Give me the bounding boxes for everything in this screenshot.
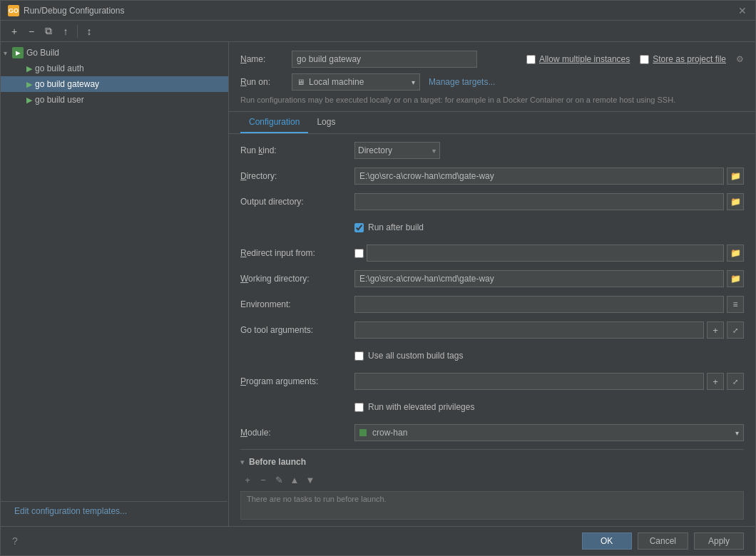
- custom-build-tags-row: Use all custom build tags: [240, 346, 744, 365]
- local-machine-icon: 🖥: [297, 78, 305, 86]
- before-launch-up-button[interactable]: ▲: [287, 473, 302, 487]
- environment-row: Environment: ≡: [240, 295, 744, 314]
- title-bar-left: GO Run/Debug Configurations: [8, 5, 124, 16]
- redirect-input-field[interactable]: [367, 244, 724, 262]
- redirect-input-checkbox[interactable]: [354, 249, 364, 258]
- config-body: Run kind: Directory File Package ▾: [229, 134, 755, 526]
- go-tool-args-row: Go tool arguments: + ⤢: [240, 321, 744, 339]
- run-icon-user: ▶: [26, 96, 32, 105]
- custom-build-tags-label: Use all custom build tags: [368, 351, 463, 361]
- configurations-toolbar: + − ⧉ ↑ ↕: [1, 21, 755, 42]
- program-args-add-button[interactable]: +: [707, 373, 724, 390]
- go-icon: GO: [8, 5, 19, 16]
- copy-configuration-button[interactable]: ⧉: [41, 24, 56, 39]
- before-launch-remove-button[interactable]: −: [256, 473, 270, 487]
- before-launch-edit-button[interactable]: ✎: [272, 473, 286, 487]
- store-as-project-label[interactable]: Store as project file: [640, 54, 726, 64]
- main-content: ▾ ▶ Go Build ▶ go build auth ▶ go build …: [1, 42, 755, 526]
- program-args-input[interactable]: [354, 373, 704, 390]
- sort-button[interactable]: ↕: [81, 24, 97, 39]
- move-configuration-button[interactable]: ↑: [58, 24, 73, 39]
- program-args-expand-button[interactable]: ⤢: [727, 373, 744, 390]
- custom-build-tags-checkbox-row: Use all custom build tags: [354, 351, 463, 361]
- allow-multiple-label[interactable]: Allow multiple instances: [526, 54, 630, 64]
- program-args-control: + ⤢: [354, 373, 744, 390]
- manage-targets-link[interactable]: Manage targets...: [429, 77, 495, 87]
- module-dropdown[interactable]: crow-han ▾: [354, 424, 744, 441]
- sidebar-item-go-build-auth[interactable]: ▶ go build auth: [1, 61, 228, 76]
- run-elevated-control: Run with elevated privileges: [354, 402, 744, 412]
- environment-label: Environment:: [240, 299, 354, 309]
- ok-button[interactable]: OK: [582, 532, 632, 550]
- go-tool-args-add-button[interactable]: +: [707, 321, 724, 339]
- before-launch-title: Before launch: [249, 457, 306, 467]
- sidebar: ▾ ▶ Go Build ▶ go build auth ▶ go build …: [1, 42, 229, 526]
- before-launch-header[interactable]: ▾ Before launch: [240, 457, 744, 467]
- edit-templates-link[interactable]: Edit configuration templates...: [7, 501, 134, 520]
- custom-build-tags-checkbox[interactable]: [354, 351, 364, 361]
- redirect-browse-button[interactable]: 📁: [727, 244, 744, 262]
- output-dir-input[interactable]: [354, 193, 724, 210]
- run-after-build-label: Run after build: [368, 222, 424, 232]
- module-color-dot: [359, 429, 367, 436]
- allow-multiple-checkbox[interactable]: [526, 55, 536, 64]
- working-dir-label: Working directory:: [240, 274, 354, 284]
- before-launch-empty-text: There are no tasks to run before launch.: [247, 495, 387, 503]
- name-row: Name: Allow multiple instances Store as …: [240, 51, 744, 68]
- go-tool-args-expand-button[interactable]: ⤢: [727, 321, 744, 339]
- close-button[interactable]: ✕: [737, 5, 748, 16]
- sidebar-item-label: go build gateway: [35, 79, 99, 89]
- store-gear-icon[interactable]: ⚙: [736, 54, 744, 64]
- go-tool-args-control: + ⤢: [354, 321, 744, 339]
- run-kind-select[interactable]: Directory File Package: [354, 142, 440, 159]
- sidebar-group-go-build[interactable]: ▾ ▶ Go Build: [1, 45, 228, 61]
- go-tool-args-label: Go tool arguments:: [240, 325, 354, 335]
- run-icon-gateway: ▶: [26, 80, 32, 89]
- cancel-button[interactable]: Cancel: [638, 532, 688, 550]
- module-row: Module: crow-han ▾: [240, 423, 744, 442]
- output-dir-row: Output directory: 📁: [240, 192, 744, 211]
- environment-edit-button[interactable]: ≡: [727, 296, 744, 313]
- before-launch-add-button[interactable]: +: [240, 473, 255, 487]
- directory-control: 📁: [354, 168, 744, 185]
- add-configuration-button[interactable]: +: [6, 24, 22, 39]
- store-as-project-checkbox[interactable]: [640, 55, 649, 64]
- run-kind-label: Run kind:: [240, 145, 354, 155]
- tab-configuration[interactable]: Configuration: [240, 112, 308, 133]
- run-elevated-checkbox[interactable]: [354, 403, 364, 412]
- run-elevated-row: Run with elevated privileges: [240, 398, 744, 416]
- module-value: crow-han: [372, 428, 407, 438]
- run-after-build-checkbox[interactable]: [354, 223, 364, 232]
- program-args-label: Program arguments:: [240, 376, 354, 386]
- remove-configuration-button[interactable]: −: [24, 24, 39, 39]
- tab-logs[interactable]: Logs: [308, 112, 344, 133]
- working-dir-control: 📁: [354, 270, 744, 287]
- directory-label: Directory:: [240, 171, 354, 181]
- run-on-label: Run on:: [240, 77, 283, 87]
- run-kind-row: Run kind: Directory File Package ▾: [240, 141, 744, 160]
- help-icon[interactable]: ?: [12, 535, 18, 547]
- dropdown-arrow-icon: ▾: [412, 78, 415, 86]
- sidebar-item-label: go build user: [35, 95, 84, 105]
- directory-row: Directory: 📁: [240, 167, 744, 185]
- header-checkboxes: Allow multiple instances Store as projec…: [526, 54, 744, 64]
- run-after-build-checkbox-row: Run after build: [354, 222, 424, 232]
- working-dir-browse-button[interactable]: 📁: [727, 270, 744, 287]
- config-header: Name: Allow multiple instances Store as …: [229, 42, 755, 112]
- directory-browse-button[interactable]: 📁: [727, 168, 744, 185]
- run-on-dropdown[interactable]: 🖥 Local machine ▾: [292, 73, 420, 91]
- environment-input[interactable]: [354, 296, 724, 313]
- before-launch-down-button[interactable]: ▼: [303, 473, 317, 487]
- working-dir-input[interactable]: [354, 270, 724, 287]
- name-input[interactable]: [292, 51, 477, 68]
- apply-button[interactable]: Apply: [694, 532, 744, 550]
- directory-input[interactable]: [354, 168, 724, 185]
- sidebar-item-go-build-gateway[interactable]: ▶ go build gateway: [1, 76, 228, 92]
- sidebar-item-go-build-user[interactable]: ▶ go build user: [1, 92, 228, 108]
- module-arrow-icon: ▾: [735, 429, 739, 437]
- output-dir-browse-button[interactable]: 📁: [727, 193, 744, 210]
- module-label: Module:: [240, 428, 354, 438]
- go-tool-args-input[interactable]: [354, 321, 704, 339]
- before-launch-toolbar: + − ✎ ▲ ▼: [240, 473, 744, 487]
- redirect-input-label: Redirect input from:: [240, 248, 354, 258]
